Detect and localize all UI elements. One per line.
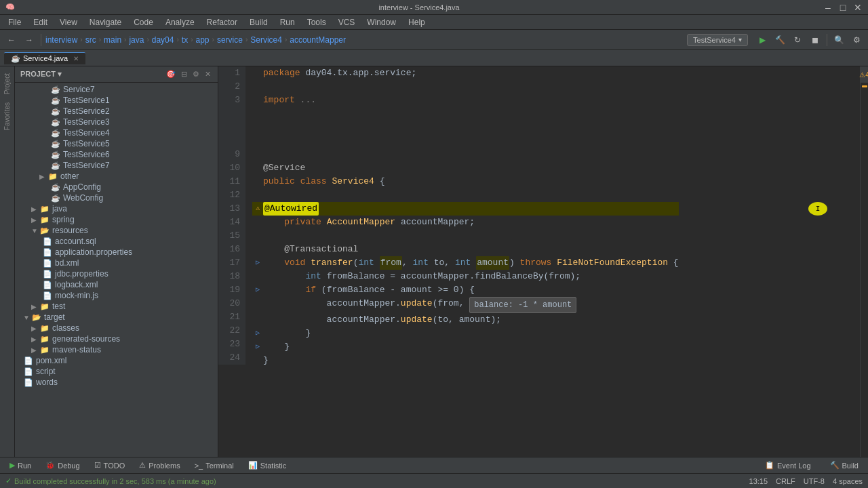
forward-button[interactable]: →: [22, 33, 37, 47]
menu-tools[interactable]: Tools: [302, 16, 332, 28]
sidebar-icon-close[interactable]: ✕: [203, 68, 212, 80]
tree-item-jdbc-props[interactable]: 📄 jdbc.properties: [15, 268, 218, 279]
sidebar-icon-settings[interactable]: ⚙: [191, 68, 201, 80]
tree-item-target[interactable]: ▼ 📂 target: [15, 312, 218, 323]
close-button[interactable]: ✕: [853, 3, 863, 12]
tree-item-other[interactable]: ▶ 📁 other: [15, 171, 218, 182]
java-file-icon: ☕: [50, 161, 61, 170]
run-config-selector[interactable]: TestService4 ▾: [687, 34, 748, 46]
tree-item-pom-xml[interactable]: 📄 pom.xml: [15, 355, 218, 366]
tree-item-test[interactable]: ▶ 📁 test: [15, 301, 218, 312]
statistic-tab-label: Statistic: [260, 462, 287, 470]
reload-button[interactable]: ↻: [790, 33, 805, 47]
editor-scroll[interactable]: ⚠ 4 1 2 3 9 10 11 12 13: [218, 66, 868, 457]
tree-item-testservice5[interactable]: ☕ TestService5: [15, 138, 218, 149]
search-button[interactable]: 🔍: [831, 33, 846, 47]
run-button[interactable]: ▶: [755, 33, 770, 47]
menu-vcs[interactable]: VCS: [333, 16, 361, 28]
tree-item-webconfig[interactable]: ☕ WebConfig: [15, 192, 218, 203]
java-file-icon: ☕: [50, 150, 61, 159]
tree-item-testservice6[interactable]: ☕ TestService6: [15, 149, 218, 160]
crumb-accountmapper[interactable]: accountMapper: [290, 35, 346, 45]
crumb-service4[interactable]: Service4: [250, 35, 282, 45]
bottom-tab-debug[interactable]: 🐞 Debug: [39, 460, 86, 471]
tree-item-maven-status[interactable]: ▶ 📁 maven-status: [15, 344, 218, 355]
crumb-main[interactable]: main: [104, 35, 121, 45]
tree-item-bd-xml[interactable]: 📄 bd.xml: [15, 258, 218, 268]
title-bar: 🧠 interview - Service4.java – □ ✕: [0, 0, 868, 15]
run-config-arrow-icon: ▾: [738, 36, 742, 43]
crumb-tx[interactable]: tx: [182, 35, 188, 45]
tree-item-java[interactable]: ▶ 📁 java: [15, 203, 218, 214]
menu-run[interactable]: Run: [275, 16, 300, 28]
tab-service4-java[interactable]: ☕ Service4.java ✕: [4, 52, 85, 64]
menu-build[interactable]: Build: [244, 16, 273, 28]
tab-close-icon[interactable]: ✕: [73, 55, 79, 62]
bottom-tab-event-log[interactable]: 📋 Event Log: [758, 460, 818, 471]
tree-item-resources[interactable]: ▼ 📂 resources: [15, 225, 218, 236]
crumb-day04[interactable]: day04: [152, 35, 174, 45]
xml-file-icon: 📄: [42, 259, 53, 268]
bottom-tab-terminal[interactable]: >_ Terminal: [188, 460, 241, 471]
tree-item-words[interactable]: 📄 words: [15, 377, 218, 388]
crumb-src[interactable]: src: [85, 35, 96, 45]
code-line-14: private AccountMapper accountMapper;: [252, 216, 679, 229]
build-button[interactable]: 🔨: [772, 33, 787, 47]
tree-item-spring[interactable]: ▶ 📁 spring: [15, 214, 218, 225]
warning-count[interactable]: ⚠ 4: [861, 66, 868, 83]
code-line-9: [252, 148, 679, 161]
menu-analyze[interactable]: Analyze: [160, 16, 200, 28]
tree-item-testservice7[interactable]: ☕ TestService7: [15, 160, 218, 171]
settings-button[interactable]: ⚙: [849, 33, 864, 47]
tree-item-testservice2[interactable]: ☕ TestService2: [15, 106, 218, 117]
tree-item-mock-min-js[interactable]: 📄 mock-min.js: [15, 290, 218, 301]
stop-button[interactable]: ◼: [808, 33, 823, 47]
menu-edit[interactable]: Edit: [28, 16, 53, 28]
menu-refactor[interactable]: Refactor: [201, 16, 243, 28]
code-line-3: import ...: [252, 94, 679, 107]
menu-navigate[interactable]: Navigate: [84, 16, 127, 28]
statistic-tab-icon: 📊: [248, 461, 258, 470]
crumb-java[interactable]: java: [129, 35, 144, 45]
tab-icon: ☕: [11, 54, 20, 63]
tree-item-appconfig[interactable]: ☕ AppConfig: [15, 182, 218, 192]
crumb-interview[interactable]: interview: [45, 35, 77, 45]
menu-view[interactable]: View: [54, 16, 83, 28]
sidebar-icon-locate[interactable]: 🎯: [165, 68, 177, 80]
tree-item-account-sql[interactable]: 📄 account.sql: [15, 236, 218, 247]
tree-item-service7[interactable]: ☕ Service7: [15, 84, 218, 95]
cursor-position[interactable]: 13:15: [749, 477, 768, 485]
java-file-icon: ☕: [50, 118, 61, 127]
back-button[interactable]: ←: [4, 33, 19, 47]
tree-item-testservice1[interactable]: ☕ TestService1: [15, 95, 218, 106]
indent-setting[interactable]: 4 spaces: [833, 477, 863, 485]
bottom-tab-run[interactable]: ▶ Run: [3, 460, 38, 471]
tree-item-application-props[interactable]: 📄 application.properties: [15, 247, 218, 258]
cursor-indicator: @Autowired: [263, 202, 319, 216]
bottom-tab-statistic[interactable]: 📊 Statistic: [241, 460, 294, 471]
menu-file[interactable]: File: [3, 16, 26, 28]
menu-window[interactable]: Window: [361, 16, 401, 28]
tree-item-testservice4[interactable]: ☕ TestService4: [15, 127, 218, 138]
menu-code[interactable]: Code: [128, 16, 159, 28]
tree-item-script[interactable]: 📄 script: [15, 366, 218, 377]
tree-item-logback-xml[interactable]: 📄 logback.xml: [15, 279, 218, 290]
bottom-tab-problems[interactable]: ⚠ Problems: [132, 460, 186, 471]
crumb-app[interactable]: app: [196, 35, 210, 45]
maximize-button[interactable]: □: [838, 3, 848, 12]
tree-item-classes[interactable]: ▶ 📁 classes: [15, 323, 218, 333]
java-file-icon: ☕: [50, 140, 61, 148]
crumb-service[interactable]: service: [217, 35, 243, 45]
favorites-label[interactable]: Favorites: [3, 102, 11, 130]
java-file-icon: ☕: [50, 107, 61, 116]
project-label[interactable]: Project: [3, 73, 11, 94]
bottom-tab-todo[interactable]: ☑ TODO: [87, 460, 132, 471]
tree-item-testservice3[interactable]: ☕ TestService3: [15, 117, 218, 127]
menu-help[interactable]: Help: [403, 16, 431, 28]
bottom-tab-build[interactable]: 🔨 Build: [823, 460, 865, 471]
tree-item-generated-sources[interactable]: ▶ 📁 generated-sources: [15, 333, 218, 344]
encoding[interactable]: UTF-8: [804, 477, 825, 485]
sidebar-icon-collapse[interactable]: ⊟: [180, 68, 189, 80]
line-ending[interactable]: CRLF: [776, 477, 795, 485]
minimize-button[interactable]: –: [823, 3, 833, 12]
